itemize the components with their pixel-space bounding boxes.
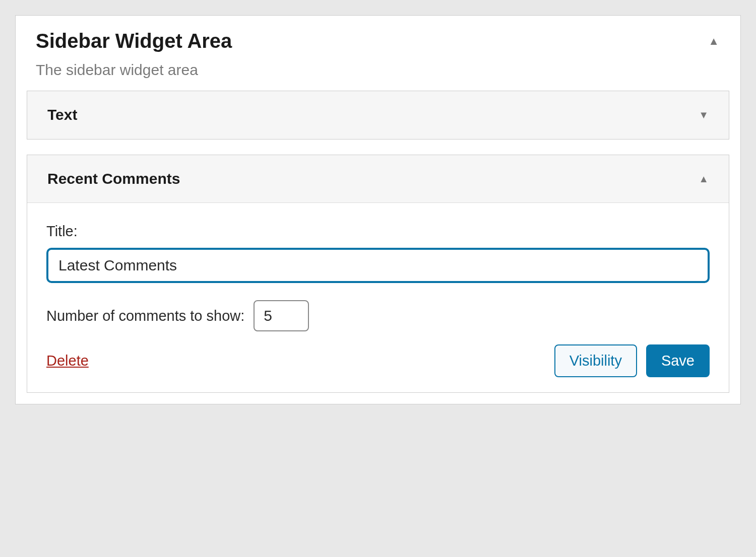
widget-text: Text ▼: [27, 91, 729, 140]
delete-link[interactable]: Delete: [46, 353, 89, 369]
count-input[interactable]: [254, 300, 309, 331]
chevron-down-icon: ▼: [699, 109, 709, 121]
widget-recent-comments-body: Title: Number of comments to show: Delet…: [27, 203, 729, 392]
collapse-up-icon[interactable]: ▲: [708, 35, 719, 48]
panel-header[interactable]: Sidebar Widget Area The sidebar widget a…: [16, 16, 740, 91]
count-label: Number of comments to show:: [46, 308, 244, 324]
widget-actions: Delete Visibility Save: [46, 344, 710, 377]
widget-text-header[interactable]: Text ▼: [27, 91, 729, 139]
title-field-row: Title:: [46, 223, 710, 283]
widget-list: Text ▼ Recent Comments ▲ Title: Number o…: [16, 91, 740, 404]
widget-recent-comments: Recent Comments ▲ Title: Number of comme…: [27, 155, 729, 393]
visibility-button[interactable]: Visibility: [554, 344, 637, 377]
panel-description: The sidebar widget area: [36, 61, 720, 79]
save-button[interactable]: Save: [646, 344, 710, 377]
widget-recent-comments-title: Recent Comments: [47, 170, 180, 187]
title-input[interactable]: [46, 248, 710, 283]
title-label: Title:: [46, 223, 710, 240]
chevron-up-icon: ▲: [699, 173, 709, 185]
panel-title: Sidebar Widget Area: [36, 30, 720, 52]
action-buttons: Visibility Save: [554, 344, 710, 377]
count-field-row: Number of comments to show:: [46, 300, 710, 331]
sidebar-widget-area-panel: Sidebar Widget Area The sidebar widget a…: [15, 15, 741, 404]
widget-recent-comments-header[interactable]: Recent Comments ▲: [27, 155, 729, 203]
widget-text-title: Text: [47, 106, 77, 123]
